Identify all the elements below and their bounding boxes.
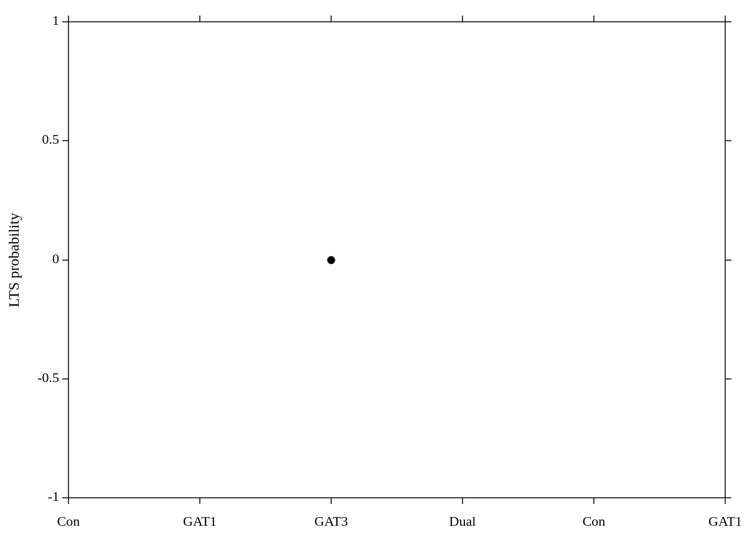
chart-container: 1 0.5 0 -0.5 -1 Con GAT1 GAT3 Dual Con G…: [0, 0, 747, 560]
xtick-label-con2: Con: [583, 513, 606, 529]
ytick-label-neg0.5: -0.5: [37, 370, 59, 385]
xtick-label-gat1-2: GAT1: [708, 513, 742, 529]
xtick-label-gat3: GAT3: [314, 513, 348, 529]
plot-area: [68, 22, 725, 498]
xtick-label-gat1: GAT1: [183, 513, 217, 529]
ytick-label-0: 0: [52, 251, 59, 266]
data-point-gat3: [327, 256, 335, 264]
ytick-label-1: 1: [52, 12, 59, 28]
xtick-label-con1: Con: [57, 513, 80, 529]
yaxis-label: LTS probability: [6, 213, 22, 307]
xtick-label-dual: Dual: [449, 513, 476, 529]
ytick-label-neg1: -1: [48, 488, 59, 504]
ytick-label-0.5: 0.5: [42, 131, 60, 147]
